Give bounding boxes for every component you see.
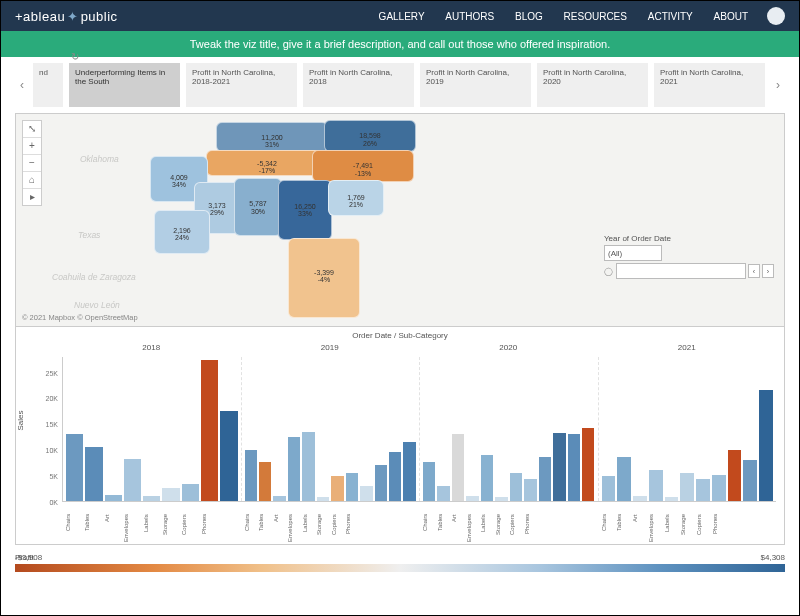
bar-xlabel: Tables bbox=[84, 514, 101, 542]
logo[interactable]: +ableau✦public bbox=[15, 9, 118, 24]
bar[interactable] bbox=[124, 459, 141, 501]
bar[interactable] bbox=[568, 434, 580, 501]
bar[interactable] bbox=[288, 437, 300, 501]
bar-xlabel: Chairs bbox=[244, 514, 257, 542]
avatar[interactable] bbox=[767, 7, 785, 25]
nav-link-activity[interactable]: ACTIVITY bbox=[648, 11, 693, 22]
state-tennessee[interactable]: -5,342-17% bbox=[206, 150, 328, 176]
bar[interactable] bbox=[423, 462, 435, 501]
story-tab-5[interactable]: Profit in North Carolina, 2020 bbox=[537, 63, 650, 107]
state-virginia[interactable]: 18,59826% bbox=[324, 120, 416, 152]
bar[interactable] bbox=[162, 488, 179, 501]
bar-chart-xlabels: ChairsTablesArtEnvelopesLabelsStorageCop… bbox=[62, 514, 776, 542]
bar[interactable] bbox=[582, 428, 594, 501]
nav-link-authors[interactable]: AUTHORS bbox=[445, 11, 494, 22]
bar[interactable] bbox=[437, 486, 449, 501]
bar-chart: Order Date / Sub-Category 2018 2019 2020… bbox=[15, 327, 785, 545]
story-tab-3[interactable]: Profit in North Carolina, 2018 bbox=[303, 63, 416, 107]
map-zoom-in-icon[interactable]: + bbox=[23, 138, 41, 155]
map-panel[interactable]: ⤡ + − ⌂ ▸ Oklahoma Texas Coahuila de Zar… bbox=[15, 113, 785, 327]
state-florida[interactable]: -3,399-4% bbox=[288, 238, 360, 318]
bar[interactable] bbox=[495, 497, 507, 501]
bar[interactable] bbox=[302, 432, 314, 501]
bar[interactable] bbox=[66, 434, 83, 501]
bar-xlabel: Phones bbox=[201, 514, 218, 542]
bar-xlabel bbox=[759, 514, 773, 542]
bar[interactable] bbox=[633, 496, 647, 501]
bar[interactable] bbox=[696, 479, 710, 501]
state-louisiana[interactable]: 2,19624% bbox=[154, 210, 210, 254]
story-tab-4[interactable]: Profit in North Carolina, 2019 bbox=[420, 63, 533, 107]
state-kentucky[interactable]: 11,20031% bbox=[216, 122, 328, 152]
state-north-carolina[interactable]: -7,491-13% bbox=[312, 150, 414, 182]
bar[interactable] bbox=[220, 411, 237, 501]
nav-link-resources[interactable]: RESOURCES bbox=[564, 11, 627, 22]
year-next-button[interactable]: › bbox=[762, 264, 774, 278]
bar[interactable] bbox=[617, 457, 631, 501]
bar-xlabel: Copiers bbox=[696, 514, 710, 542]
bar[interactable] bbox=[481, 455, 493, 501]
bar[interactable] bbox=[743, 460, 757, 501]
bar-xlabel bbox=[404, 514, 417, 542]
bar-xlabel bbox=[538, 514, 551, 542]
state-georgia[interactable]: 16,25033% bbox=[278, 180, 332, 240]
bar-xlabel: Envelopes bbox=[648, 514, 662, 542]
story-tab-0[interactable]: nd bbox=[33, 63, 65, 107]
year-filter-slider[interactable] bbox=[616, 263, 746, 279]
bar[interactable] bbox=[510, 473, 522, 501]
bar[interactable] bbox=[317, 497, 329, 501]
bar-xlabel: Art bbox=[104, 514, 121, 542]
nav-link-gallery[interactable]: GALLERY bbox=[379, 11, 425, 22]
bar[interactable] bbox=[553, 433, 565, 501]
year-filter: Year of Order Date (All) ◯ ‹ › bbox=[604, 234, 774, 279]
bar[interactable] bbox=[403, 442, 415, 501]
bar[interactable] bbox=[259, 462, 271, 501]
bar[interactable] bbox=[389, 452, 401, 501]
map-play-icon[interactable]: ▸ bbox=[23, 189, 41, 205]
bar[interactable] bbox=[759, 390, 773, 501]
map-search-icon[interactable]: ⤡ bbox=[23, 121, 41, 138]
story-prev-button[interactable]: ‹ bbox=[15, 63, 29, 107]
story-tab-1[interactable]: ↻ Underperforming Items in the South bbox=[69, 63, 182, 107]
story-next-button[interactable]: › bbox=[771, 63, 785, 107]
refresh-icon[interactable]: ↻ bbox=[71, 51, 79, 63]
logo-text-b: public bbox=[81, 9, 118, 24]
nav-link-about[interactable]: ABOUT bbox=[714, 11, 748, 22]
bar[interactable] bbox=[346, 473, 358, 501]
nav-link-blog[interactable]: BLOG bbox=[515, 11, 543, 22]
year-prev-button[interactable]: ‹ bbox=[748, 264, 760, 278]
bar[interactable] bbox=[85, 447, 102, 501]
map-home-icon[interactable]: ⌂ bbox=[23, 172, 41, 189]
bar[interactable] bbox=[201, 360, 218, 501]
bar[interactable] bbox=[143, 496, 160, 501]
nav-links: GALLERY AUTHORS BLOG RESOURCES ACTIVITY … bbox=[370, 11, 757, 22]
story-tab-6[interactable]: Profit in North Carolina, 2021 bbox=[654, 63, 767, 107]
bar[interactable] bbox=[680, 473, 694, 501]
bar[interactable] bbox=[466, 496, 478, 501]
bar[interactable] bbox=[182, 484, 199, 501]
bar[interactable] bbox=[105, 495, 122, 501]
bar-xlabel: Phones bbox=[524, 514, 537, 542]
bar[interactable] bbox=[331, 476, 343, 501]
bar-chart-title: Order Date / Sub-Category bbox=[16, 331, 784, 340]
story-nav: ‹ nd ↻ Underperforming Items in the Sout… bbox=[15, 63, 785, 107]
bar[interactable] bbox=[524, 479, 536, 501]
bar[interactable] bbox=[245, 450, 257, 501]
bar[interactable] bbox=[375, 465, 387, 501]
bar[interactable] bbox=[360, 486, 372, 501]
state-south-carolina[interactable]: 1,76921% bbox=[328, 180, 384, 216]
bar[interactable] bbox=[602, 476, 616, 501]
bar-xlabel: Envelopes bbox=[287, 514, 300, 542]
bar[interactable] bbox=[712, 475, 726, 501]
year-filter-select[interactable]: (All) bbox=[604, 245, 662, 261]
bar[interactable] bbox=[452, 434, 464, 501]
map-zoom-out-icon[interactable]: − bbox=[23, 155, 41, 172]
story-tab-2[interactable]: Profit in North Carolina, 2018-2021 bbox=[186, 63, 299, 107]
bar[interactable] bbox=[728, 450, 742, 501]
logo-text-a: +ableau bbox=[15, 9, 65, 24]
bar[interactable] bbox=[539, 457, 551, 501]
bar[interactable] bbox=[273, 496, 285, 501]
bar[interactable] bbox=[649, 470, 663, 501]
slider-handle-icon[interactable]: ◯ bbox=[604, 267, 614, 276]
bar[interactable] bbox=[665, 497, 679, 501]
